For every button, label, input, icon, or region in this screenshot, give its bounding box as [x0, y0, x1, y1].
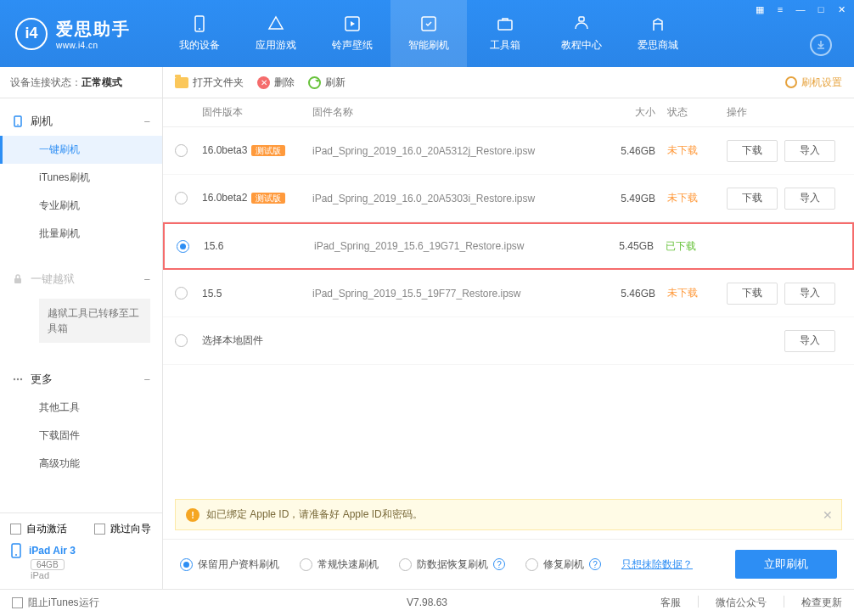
- block-itunes-checkbox[interactable]: [12, 597, 23, 608]
- import-button[interactable]: 导入: [784, 283, 835, 305]
- sidebar-item[interactable]: 高级功能: [0, 450, 162, 478]
- flash-now-button[interactable]: 立即刷机: [735, 550, 837, 579]
- status-label: 设备连接状态：: [10, 76, 81, 90]
- nav-icon: [572, 14, 591, 33]
- close-icon[interactable]: ✕: [832, 2, 851, 17]
- svg-point-13: [15, 554, 17, 556]
- download-button[interactable]: 下载: [727, 140, 778, 162]
- fw-size: 5.45GB: [594, 240, 654, 252]
- nav-0[interactable]: 我的设备: [161, 0, 238, 67]
- refresh-button[interactable]: 刷新: [308, 76, 346, 90]
- erase-only-link[interactable]: 只想抹除数据？: [621, 557, 693, 572]
- nav-icon: [496, 14, 514, 33]
- toolbar: 打开文件夹 ✕ 删除 刷新 刷机设置: [163, 67, 854, 98]
- flash-options: 保留用户资料刷机 常规快速刷机 防数据恢复刷机? 修复刷机? 只想抹除数据？ 立…: [163, 539, 854, 589]
- download-center-icon[interactable]: [810, 34, 832, 56]
- collapse-icon: −: [143, 273, 150, 286]
- opt-keep-data[interactable]: 保留用户资料刷机: [180, 557, 279, 572]
- more-icon: [12, 373, 24, 385]
- footer-link[interactable]: 微信公众号: [716, 596, 767, 610]
- svg-rect-5: [579, 17, 584, 21]
- sidebar-item[interactable]: iTunes刷机: [0, 164, 162, 192]
- radio-select[interactable]: [175, 144, 188, 157]
- nav-6[interactable]: 爱思商城: [620, 0, 696, 67]
- help-icon[interactable]: ?: [493, 558, 505, 570]
- skip-guide-checkbox[interactable]: [94, 524, 105, 535]
- flash-settings-button[interactable]: 刷机设置: [785, 76, 842, 90]
- skip-guide-label: 跳过向导: [110, 522, 151, 536]
- footer-link[interactable]: 检查更新: [801, 596, 842, 610]
- nav-3[interactable]: 智能刷机: [390, 0, 467, 67]
- svg-point-9: [14, 378, 15, 380]
- download-button[interactable]: 下载: [727, 188, 778, 210]
- auto-activate-checkbox[interactable]: [10, 524, 21, 535]
- th-version: 固件版本: [202, 105, 312, 120]
- app-footer: 阻止iTunes运行 V7.98.63 客服微信公众号检查更新: [0, 589, 854, 615]
- sidebar: 设备连接状态： 正常模式 刷机 − 一键刷机iTunes刷机专业刷机批量刷机 一…: [0, 67, 163, 589]
- opt-repair[interactable]: 修复刷机?: [525, 557, 601, 572]
- nav-5[interactable]: 教程中心: [543, 0, 620, 67]
- table-header: 固件版本 固件名称 大小 状态 操作: [163, 98, 854, 127]
- th-state: 状态: [655, 105, 715, 120]
- delete-icon: ✕: [257, 76, 270, 89]
- radio-select[interactable]: [175, 287, 188, 300]
- firmware-row[interactable]: 15.5 iPad_Spring_2019_15.5_19F77_Restore…: [163, 270, 854, 317]
- svg-rect-8: [14, 278, 21, 283]
- app-header: i4 爱思助手 www.i4.cn 我的设备应用游戏铃声壁纸智能刷机工具箱教程中…: [0, 0, 854, 67]
- import-button[interactable]: 导入: [784, 188, 835, 210]
- fw-name: iPad_Spring_2019_16.0_20A5303i_Restore.i…: [312, 193, 596, 204]
- jailbreak-notice: 越狱工具已转移至工具箱: [39, 299, 150, 343]
- help-icon[interactable]: ?: [589, 558, 601, 570]
- opt-anti-recover[interactable]: 防数据恢复刷机?: [399, 557, 505, 572]
- main-nav: 我的设备应用游戏铃声壁纸智能刷机工具箱教程中心爱思商城: [161, 0, 696, 67]
- sidebar-group-more[interactable]: 更多 −: [0, 365, 162, 394]
- folder-icon: [175, 77, 188, 88]
- radio-icon: [399, 558, 412, 571]
- nav-icon: [343, 14, 362, 33]
- import-button[interactable]: 导入: [784, 140, 835, 162]
- beta-tag: 测试版: [251, 193, 285, 204]
- radio-local[interactable]: [175, 334, 188, 347]
- nav-icon: [419, 14, 438, 33]
- radio-icon: [180, 558, 193, 571]
- sidebar-group-flash[interactable]: 刷机 −: [0, 107, 162, 136]
- minimize-icon[interactable]: —: [791, 2, 810, 17]
- close-notice-icon[interactable]: ✕: [823, 508, 833, 522]
- local-firmware-label: 选择本地固件: [202, 333, 715, 348]
- firmware-row[interactable]: 16.0beta3测试版 iPad_Spring_2019_16.0_20A53…: [163, 127, 854, 175]
- maximize-icon[interactable]: □: [812, 2, 830, 17]
- sidebar-item[interactable]: 专业刷机: [0, 192, 162, 220]
- nav-2[interactable]: 铃声壁纸: [314, 0, 390, 67]
- version-label: V7.98.63: [407, 596, 447, 608]
- collapse-icon: −: [143, 115, 150, 128]
- firmware-row[interactable]: 15.6 iPad_Spring_2019_15.6_19G71_Restore…: [163, 222, 854, 270]
- download-button[interactable]: 下载: [727, 283, 778, 305]
- open-folder-button[interactable]: 打开文件夹: [175, 76, 244, 90]
- nav-1[interactable]: 应用游戏: [238, 0, 314, 67]
- nav-icon: [190, 14, 209, 33]
- collapse-icon: −: [143, 373, 150, 386]
- sidebar-item[interactable]: 批量刷机: [0, 220, 162, 248]
- radio-select[interactable]: [177, 240, 189, 253]
- nav-4[interactable]: 工具箱: [467, 0, 543, 67]
- win-menu-icon[interactable]: ≡: [771, 2, 789, 17]
- sidebar-item[interactable]: 下载固件: [0, 422, 162, 450]
- local-firmware-row[interactable]: 选择本地固件 导入: [163, 317, 854, 365]
- import-button[interactable]: 导入: [784, 330, 835, 352]
- radio-select[interactable]: [175, 192, 188, 204]
- warning-icon: !: [186, 508, 199, 522]
- beta-tag: 测试版: [251, 145, 285, 156]
- fw-size: 5.46GB: [596, 145, 655, 157]
- storage-badge: 64GB: [31, 559, 65, 570]
- fw-state: 已下载: [654, 239, 713, 254]
- connected-device[interactable]: iPad Air 3: [10, 543, 152, 558]
- win-grid-icon[interactable]: ▦: [750, 2, 769, 17]
- firmware-row[interactable]: 16.0beta2测试版 iPad_Spring_2019_16.0_20A53…: [163, 175, 854, 222]
- sidebar-item[interactable]: 其他工具: [0, 394, 162, 422]
- sidebar-item[interactable]: 一键刷机: [0, 136, 162, 164]
- footer-link[interactable]: 客服: [660, 596, 681, 610]
- device-type: iPad: [31, 570, 152, 580]
- th-name: 固件名称: [312, 105, 596, 120]
- delete-button[interactable]: ✕ 删除: [257, 76, 295, 90]
- opt-normal[interactable]: 常规快速刷机: [300, 557, 379, 572]
